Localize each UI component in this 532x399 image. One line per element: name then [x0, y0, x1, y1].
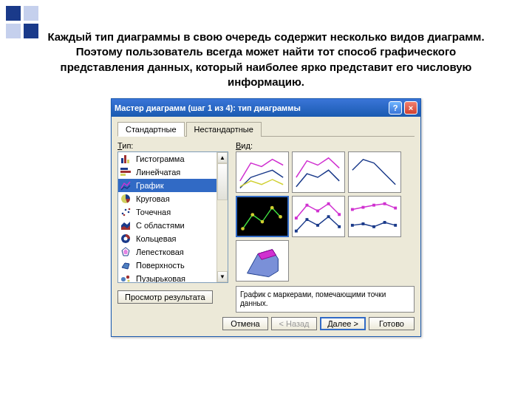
- svg-rect-30: [327, 215, 330, 218]
- help-button[interactable]: ?: [389, 101, 402, 115]
- svg-rect-22: [295, 216, 298, 219]
- scroll-down-button[interactable]: ▼: [217, 271, 228, 282]
- svg-rect-26: [338, 213, 341, 216]
- type-item-label: Круговая: [136, 194, 170, 203]
- svg-rect-40: [383, 221, 386, 224]
- finish-button[interactable]: Готово: [369, 317, 415, 330]
- type-item-area[interactable]: С областями: [118, 219, 216, 232]
- svg-rect-1: [124, 155, 126, 163]
- type-item-label: Кольцевая: [136, 234, 177, 243]
- svg-rect-38: [361, 222, 364, 225]
- type-item-pie[interactable]: Круговая: [118, 192, 216, 205]
- histogram-icon: [120, 154, 132, 164]
- svg-rect-37: [351, 224, 354, 227]
- type-item-label: Лепестковая: [136, 248, 184, 256]
- subtype-grid: [236, 151, 415, 282]
- type-label: Тип:: [117, 141, 228, 150]
- svg-rect-0: [121, 158, 123, 163]
- subtype-1[interactable]: [236, 151, 289, 193]
- type-item-bar[interactable]: Линейчатая: [118, 166, 216, 179]
- svg-rect-31: [338, 225, 341, 228]
- svg-rect-27: [295, 230, 298, 233]
- svg-rect-41: [394, 224, 397, 227]
- bubble-icon: [120, 273, 132, 283]
- type-item-line[interactable]: График: [118, 179, 216, 192]
- bar-icon: [120, 167, 132, 177]
- pie-icon: [120, 194, 132, 204]
- wizard-window: Мастер диаграмм (шаг 1 из 4): тип диагра…: [111, 98, 421, 337]
- subtype-description: График с маркерами, помечающими точки да…: [236, 286, 415, 313]
- preview-button[interactable]: Просмотр результата: [117, 290, 213, 304]
- svg-rect-35: [383, 202, 386, 205]
- tab-strip: Стандартные Нестандартные: [117, 121, 415, 137]
- svg-point-20: [270, 206, 274, 210]
- close-button[interactable]: ×: [404, 101, 417, 115]
- radar-icon: [120, 247, 132, 257]
- scatter-icon: [120, 207, 132, 217]
- svg-point-10: [123, 214, 126, 216]
- type-item-label: С областями: [136, 221, 185, 230]
- line-icon: [120, 180, 132, 191]
- view-label: Вид:: [236, 141, 415, 150]
- svg-point-19: [261, 220, 265, 224]
- scroll-up-button[interactable]: ▲: [217, 152, 228, 163]
- svg-rect-32: [351, 208, 354, 211]
- window-title: Мастер диаграмм (шаг 1 из 4): тип диагра…: [115, 103, 386, 112]
- svg-point-15: [126, 276, 129, 279]
- svg-rect-2: [127, 160, 129, 163]
- page-caption: Каждый тип диаграммы в свою очередь соде…: [37, 30, 495, 89]
- svg-rect-25: [327, 202, 330, 205]
- type-item-label: Пузырьковая: [136, 274, 185, 283]
- svg-point-11: [129, 208, 131, 211]
- surface-icon: [120, 260, 132, 270]
- tab-custom[interactable]: Нестандартные: [186, 122, 262, 137]
- subtype-3[interactable]: [348, 151, 401, 193]
- svg-point-7: [122, 213, 124, 215]
- area-icon: [120, 220, 132, 231]
- svg-rect-39: [372, 225, 375, 228]
- type-item-surface[interactable]: Поверхность: [118, 259, 216, 272]
- svg-point-13: [124, 237, 128, 241]
- subtype-5[interactable]: [292, 196, 345, 237]
- svg-point-17: [241, 227, 245, 231]
- svg-point-14: [121, 277, 126, 282]
- svg-rect-36: [394, 207, 397, 210]
- type-item-label: Поверхность: [136, 261, 185, 270]
- type-item-histogram[interactable]: Гистограмма: [118, 152, 216, 166]
- tab-standard[interactable]: Стандартные: [117, 122, 185, 137]
- type-item-label: Гистограмма: [136, 154, 185, 163]
- scroll-thumb[interactable]: [217, 163, 228, 200]
- svg-rect-33: [361, 206, 364, 209]
- svg-point-9: [128, 211, 130, 214]
- svg-rect-34: [372, 204, 375, 207]
- type-item-donut[interactable]: Кольцевая: [118, 232, 216, 245]
- type-item-bubble[interactable]: Пузырьковая: [118, 272, 216, 283]
- donut-icon: [120, 233, 132, 244]
- scrollbar[interactable]: ▲ ▼: [216, 152, 228, 282]
- svg-rect-28: [305, 218, 308, 221]
- svg-rect-3: [120, 168, 128, 170]
- titlebar: Мастер диаграмм (шаг 1 из 4): тип диагра…: [112, 99, 420, 117]
- next-button[interactable]: Далее >: [320, 317, 366, 330]
- type-list[interactable]: ГистограммаЛинейчатаяГрафикКруговаяТочеч…: [117, 151, 228, 283]
- subtype-6[interactable]: [348, 196, 401, 237]
- cancel-button[interactable]: Отмена: [222, 317, 268, 330]
- svg-rect-29: [316, 224, 319, 227]
- svg-rect-4: [120, 171, 131, 173]
- back-button: < Назад: [271, 317, 317, 330]
- subtype-4[interactable]: [236, 196, 289, 237]
- svg-point-8: [125, 209, 127, 211]
- type-item-radar[interactable]: Лепестковая: [118, 245, 216, 259]
- svg-point-21: [279, 215, 282, 219]
- subtype-7[interactable]: [236, 240, 289, 282]
- svg-point-16: [127, 279, 129, 282]
- svg-point-18: [250, 213, 254, 216]
- svg-rect-23: [305, 204, 308, 207]
- type-item-scatter[interactable]: Точечная: [118, 205, 216, 219]
- svg-rect-24: [316, 209, 319, 212]
- svg-rect-5: [120, 174, 126, 176]
- type-item-label: Точечная: [136, 208, 171, 216]
- subtype-2[interactable]: [292, 151, 345, 193]
- type-item-label: Линейчатая: [136, 168, 180, 177]
- type-item-label: График: [136, 181, 164, 190]
